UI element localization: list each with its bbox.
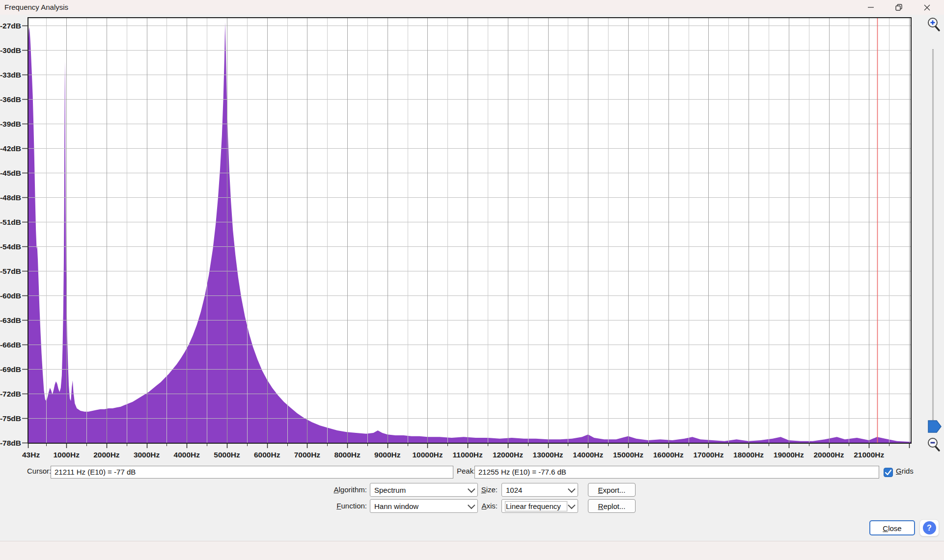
- close-icon: [924, 4, 930, 11]
- x-axis-label: 1000Hz: [53, 451, 80, 459]
- x-axis-label: 9000Hz: [374, 451, 401, 459]
- y-axis-label: -54dB: [0, 242, 21, 251]
- y-axis-label: -51dB: [0, 218, 21, 226]
- minimize-icon: [868, 4, 874, 10]
- x-axis-label: 16000Hz: [653, 451, 684, 459]
- x-axis-label: 14000Hz: [573, 451, 603, 459]
- y-axis-label: -66dB: [0, 341, 21, 349]
- x-axis-label: 19000Hz: [774, 451, 804, 459]
- help-button[interactable]: ?: [919, 519, 939, 536]
- plot-background: [28, 18, 911, 443]
- y-axis-label: -39dB: [0, 120, 21, 128]
- x-axis-label: 18000Hz: [733, 451, 764, 459]
- close-window-button[interactable]: [916, 0, 938, 15]
- restore-icon: [895, 4, 902, 11]
- x-axis-label: 3000Hz: [134, 451, 160, 459]
- x-axis-label: 7000Hz: [294, 451, 321, 459]
- maximize-button[interactable]: [888, 0, 910, 15]
- y-axis-label: -33dB: [0, 71, 21, 79]
- y-axis-label: -78dB: [0, 439, 21, 447]
- x-axis-label: 4000Hz: [174, 451, 200, 459]
- x-axis-label: 8000Hz: [334, 451, 361, 459]
- y-axis-label: -30dB: [0, 46, 21, 54]
- y-axis-label: -42dB: [0, 144, 21, 153]
- help-icon: ?: [923, 521, 936, 534]
- y-axis-label: -45dB: [0, 169, 21, 177]
- frequency-analysis-window: Frequency Analysis 43Hz1000Hz2000Hz3000H…: [0, 0, 944, 560]
- y-axis-label: -57dB: [0, 267, 21, 275]
- x-axis-label: 13000Hz: [533, 451, 563, 459]
- zoom-slider-thumb[interactable]: [927, 419, 942, 436]
- peak-label: Peak:: [457, 465, 475, 478]
- window-title: Frequency Analysis: [4, 0, 68, 15]
- slider-thumb-icon: [927, 419, 942, 434]
- y-axis-label: -69dB: [0, 365, 21, 373]
- x-axis-label: 15000Hz: [613, 451, 643, 459]
- x-axis-label: 2000Hz: [93, 451, 120, 459]
- x-axis-label: 12000Hz: [493, 451, 523, 459]
- grids-label: Grids: [896, 465, 914, 478]
- cursor-label: Cursor:: [27, 465, 51, 478]
- title-bar[interactable]: Frequency Analysis: [0, 0, 944, 15]
- function-value: Hann window: [374, 502, 466, 510]
- y-axis-label: -75dB: [0, 414, 21, 423]
- size-label: Size:: [462, 483, 498, 497]
- function-label: Function:: [314, 499, 367, 513]
- size-dropdown[interactable]: 1024: [501, 483, 578, 497]
- magnifier-minus-icon: [926, 437, 942, 454]
- checkmark-icon: [885, 469, 892, 476]
- x-axis-label: 11000Hz: [453, 451, 483, 459]
- close-button[interactable]: Close: [869, 520, 915, 535]
- zoom-out-button[interactable]: [926, 437, 942, 456]
- size-value: 1024: [506, 486, 566, 494]
- chevron-down-icon: [568, 501, 576, 509]
- cursor-readout-field[interactable]: 21211 Hz (E10) = -77 dB: [51, 466, 453, 479]
- zoom-slider-track[interactable]: [932, 49, 934, 420]
- x-axis-label: 6000Hz: [254, 451, 280, 459]
- y-axis-label: -27dB: [0, 22, 21, 30]
- spectrum-plot[interactable]: 43Hz1000Hz2000Hz3000Hz4000Hz5000Hz6000Hz…: [0, 15, 944, 464]
- y-axis-label: -48dB: [0, 193, 21, 202]
- peak-readout-field[interactable]: 21255 Hz (E10) = -77.6 dB: [474, 466, 879, 479]
- zoom-in-button[interactable]: [926, 17, 942, 36]
- y-axis-label: -63dB: [0, 316, 21, 324]
- y-axis-label: -60dB: [0, 292, 21, 300]
- y-axis-label: -72dB: [0, 390, 21, 398]
- footer-strip: [0, 541, 944, 560]
- replot-button[interactable]: Replot...: [588, 499, 636, 513]
- axis-label: Axis:: [462, 499, 498, 513]
- x-axis-label: 10000Hz: [412, 451, 443, 459]
- y-axis-label: -36dB: [0, 95, 21, 104]
- x-axis-label: 20000Hz: [813, 451, 844, 459]
- grids-checkbox[interactable]: [884, 468, 893, 477]
- x-axis-label: 21000Hz: [854, 451, 884, 459]
- axis-dropdown[interactable]: Linear frequency: [501, 499, 578, 513]
- algorithm-label: Algorithm:: [314, 483, 367, 497]
- magnifier-plus-icon: [926, 17, 942, 34]
- minimize-button[interactable]: [860, 0, 882, 15]
- export-button[interactable]: Export...: [588, 483, 636, 497]
- axis-value: Linear frequency: [506, 502, 566, 510]
- x-axis-label: 5000Hz: [214, 451, 240, 459]
- x-axis-label: 43Hz: [22, 451, 40, 459]
- chevron-down-icon: [568, 485, 576, 493]
- x-axis-label: 17000Hz: [693, 451, 723, 459]
- algorithm-value: Spectrum: [374, 486, 466, 494]
